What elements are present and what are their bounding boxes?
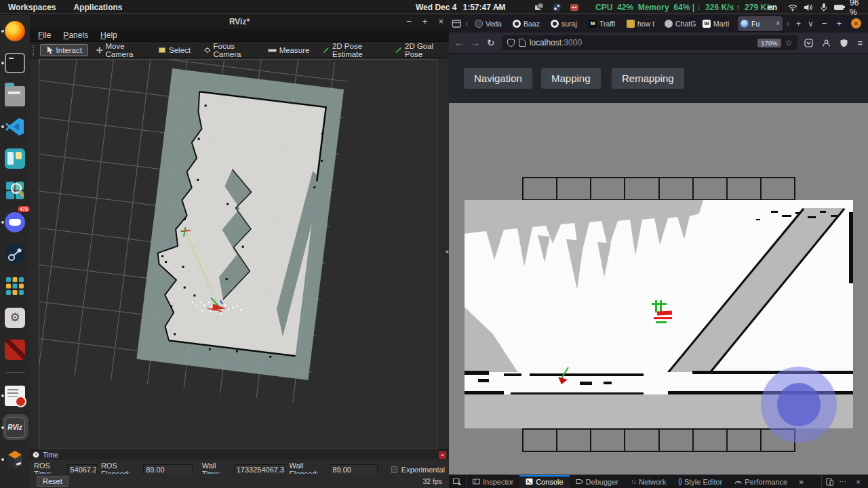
discord-badge: 473	[18, 206, 30, 212]
tab-chatgpt[interactable]: ChatG	[662, 16, 698, 31]
devtools-options-icon[interactable]: ⋯	[836, 477, 850, 486]
system-stats[interactable]: CPU 42% Memory 64% | ↓ 326 K/s ↑ 279 K/s	[595, 3, 773, 12]
tool-focus-camera[interactable]: Focus Camera	[199, 41, 260, 60]
devtools-tab-debugger[interactable]: Debugger	[570, 475, 625, 488]
url-port: :3000	[561, 38, 582, 47]
extension-icon[interactable]	[840, 39, 848, 47]
reset-button[interactable]: Reset	[37, 476, 68, 487]
rviz-titlebar[interactable]: RViz* − + ×	[30, 14, 449, 29]
rviz-3d-viewport[interactable]	[39, 59, 437, 449]
tab-scroll-right-icon[interactable]: ›	[784, 19, 792, 28]
tab-how-to[interactable]: how t	[624, 16, 660, 31]
firefox-maximize-button[interactable]: +	[836, 18, 842, 28]
rviz-maximize-button[interactable]: +	[422, 15, 428, 28]
hand-cursor-icon	[46, 46, 54, 54]
menu-help[interactable]: Help	[100, 30, 117, 40]
tool-move-camera[interactable]: Move Camera	[91, 41, 150, 60]
tool-measure[interactable]: Measure	[262, 45, 315, 56]
dock-item-steam[interactable]	[0, 238, 30, 270]
tray-steam-icon[interactable]	[552, 3, 561, 12]
firefox-view-icon[interactable]	[452, 19, 461, 28]
pocket-icon[interactable]	[804, 39, 813, 47]
menu-icon[interactable]: ≡	[857, 38, 863, 48]
rviz-close-button[interactable]: ×	[438, 15, 443, 28]
zoom-level-badge[interactable]: 170%	[757, 39, 781, 47]
tab-baaz[interactable]: Baaz	[510, 16, 547, 31]
devtools-more-tabs-icon[interactable]: »	[793, 475, 809, 488]
dock-item-dota[interactable]	[0, 333, 30, 365]
volume-icon[interactable]	[804, 3, 813, 12]
clock[interactable]: Wed Dec 4 1:57:47 AM	[416, 0, 505, 14]
virtual-joystick[interactable]	[761, 367, 837, 443]
devtools-tab-inspector[interactable]: Inspector	[467, 475, 519, 488]
devtools-tab-performance[interactable]: Performance	[728, 475, 793, 488]
mapping-button[interactable]: Mapping	[541, 68, 601, 89]
back-button[interactable]: ←	[454, 37, 464, 48]
toolbar-drag-handle[interactable]	[33, 45, 35, 56]
microphone-icon[interactable]	[819, 3, 829, 12]
account-icon[interactable]	[822, 39, 831, 47]
applications-menu[interactable]: Applications	[73, 3, 122, 12]
tool-2d-pose-estimate[interactable]: 2D Pose Estimate	[317, 41, 387, 60]
tab-fusion-active[interactable]: Fu×	[738, 16, 783, 31]
dock-item-kanban-app[interactable]	[0, 142, 30, 174]
tab-traffic[interactable]: MTraffi	[586, 16, 623, 31]
tool-interact[interactable]: Interact	[40, 44, 88, 56]
devtools-tab-console[interactable]: Console	[519, 475, 569, 488]
forward-button[interactable]: →	[471, 37, 480, 48]
map-canvas-area[interactable]	[449, 103, 868, 474]
devtools-close-icon[interactable]: ×	[853, 478, 864, 486]
devtools-tab-style-editor[interactable]: {} Style Editor	[672, 475, 728, 488]
dock-item-rviz[interactable]: RViz	[0, 411, 30, 443]
dock-item-robotics-app[interactable]	[0, 443, 30, 475]
tool-select[interactable]: Select	[153, 45, 196, 56]
time-panel-close-icon[interactable]: ×	[439, 451, 446, 459]
firefox-close-button[interactable]: ×	[851, 18, 861, 28]
tool-2d-goal-pose[interactable]: 2D Goal Pose	[390, 41, 449, 60]
dock-item-document-viewer[interactable]	[0, 380, 30, 411]
tab-scroll-left-icon[interactable]: ‹	[462, 19, 471, 28]
url-bar[interactable]: localhost:3000 170% ☆	[502, 35, 798, 50]
dock-item-firefox[interactable]	[0, 15, 30, 47]
new-tab-button[interactable]: +	[793, 19, 804, 28]
dock-item-vscode[interactable]	[0, 110, 30, 142]
tray-windows-icon[interactable]	[534, 3, 544, 12]
firefox-minimize-button[interactable]: −	[822, 18, 827, 28]
bookmark-star-icon[interactable]: ☆	[785, 38, 793, 47]
tab-martin[interactable]: WMarti	[700, 16, 736, 31]
wifi-icon[interactable]	[788, 3, 797, 12]
clock-date: Wed Dec 4	[416, 3, 456, 12]
menu-panels[interactable]: Panels	[63, 30, 88, 40]
pose-arrow-icon	[323, 46, 330, 54]
responsive-mode-icon[interactable]	[826, 478, 833, 486]
element-picker-button[interactable]	[449, 475, 467, 488]
dock-item-search-app[interactable]	[0, 174, 30, 206]
keyboard-layout[interactable]: en	[768, 3, 777, 12]
tray-discord-icon[interactable]	[570, 3, 579, 12]
tab-veda[interactable]: Veda	[472, 16, 509, 31]
remapping-button[interactable]: Remapping	[612, 68, 684, 89]
devtools-tab-network[interactable]: ↑↓ Network	[625, 475, 672, 488]
navigation-button[interactable]: Navigation	[464, 68, 532, 89]
tab-close-icon[interactable]: ×	[776, 20, 780, 27]
dock-item-app-grid[interactable]	[0, 270, 30, 302]
reload-button[interactable]: ↻	[487, 37, 495, 48]
battery-icon[interactable]	[834, 5, 844, 10]
dock-item-files[interactable]	[0, 79, 30, 110]
workspaces-menu[interactable]: Workspaces	[8, 3, 56, 12]
rviz-toolbar: Interact Move Camera Select Focus Camera…	[30, 42, 449, 58]
dock-item-terminal[interactable]	[0, 47, 30, 79]
tab-suraj[interactable]: suraj	[548, 16, 585, 31]
rviz-window: RViz* − + × File Panels Help Interact Mo…	[30, 14, 449, 488]
document-viewer-icon	[5, 386, 25, 406]
tab-list-dropdown-icon[interactable]: ∨	[805, 19, 816, 28]
experimental-checkbox[interactable]	[391, 466, 397, 473]
dock-item-discord[interactable]: 473	[0, 206, 30, 238]
panel-collapse-arrow[interactable]: ◂	[445, 247, 448, 255]
menu-file[interactable]: File	[38, 30, 51, 40]
experimental-label: Experimental	[401, 466, 445, 474]
fps-counter: 32 fps	[422, 477, 442, 485]
joystick-knob[interactable]	[777, 383, 821, 426]
dock-item-settings[interactable]: ⚙	[0, 302, 30, 333]
rviz-minimize-button[interactable]: −	[406, 15, 412, 28]
